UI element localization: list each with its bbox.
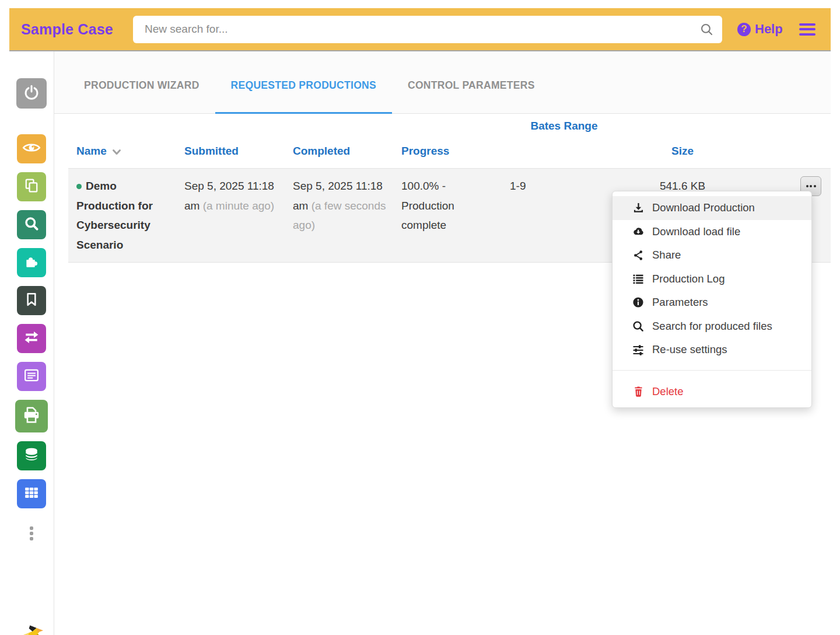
kebab-dots-icon — [30, 526, 33, 540]
sidebar-item-integrations[interactable] — [17, 248, 46, 277]
table-header-row: Name Submitted Completed Progress Bates … — [68, 114, 831, 168]
printer-icon — [21, 404, 42, 428]
hamburger-menu-icon[interactable] — [799, 20, 816, 38]
top-header-bar: Sample Case ? Help — [9, 8, 831, 51]
column-header-name[interactable]: Name — [76, 145, 184, 158]
card-list-icon — [22, 366, 41, 387]
column-header-submitted[interactable]: Submitted — [184, 145, 293, 158]
transfer-arrows-icon — [22, 328, 41, 349]
bates-range-cell: 1-9 — [510, 176, 618, 254]
sidebar-item-transfer[interactable] — [17, 324, 46, 353]
menu-item-download-load-file[interactable]: Download load file — [612, 220, 811, 244]
sidebar-item-productions[interactable] — [15, 400, 48, 432]
sliders-icon — [632, 344, 645, 355]
table-grid-icon — [22, 483, 41, 504]
bookmark-icon — [23, 291, 40, 310]
tab-bar: PRODUCTION WIZARD REQUESTED PRODUCTIONS … — [54, 51, 831, 114]
submitted-cell: Sep 5, 2025 11:18 am (a minute ago) — [184, 176, 293, 254]
sidebar-item-bookmarks[interactable] — [17, 286, 46, 315]
app-frame: Sample Case ? Help — [0, 0, 840, 635]
goldfinch-bird-logo[interactable] — [15, 620, 48, 635]
sidebar — [9, 51, 54, 635]
question-circle-icon: ? — [737, 23, 751, 36]
trash-icon — [632, 386, 645, 397]
case-title: Sample Case — [21, 21, 133, 38]
cloud-download-icon — [632, 226, 645, 238]
column-header-progress[interactable]: Progress — [401, 145, 510, 158]
copy-icon — [23, 177, 40, 197]
menu-item-share[interactable]: Share — [612, 243, 811, 267]
database-icon — [22, 445, 41, 466]
search-input[interactable] — [133, 16, 722, 43]
sidebar-item-power[interactable] — [16, 78, 47, 109]
menu-item-download-production[interactable]: Download Production — [612, 196, 811, 220]
column-header-completed[interactable]: Completed — [293, 145, 401, 158]
info-icon — [632, 296, 645, 308]
menu-divider — [612, 370, 811, 371]
column-header-size[interactable]: Size — [618, 145, 747, 158]
sidebar-item-search[interactable] — [17, 210, 46, 239]
puzzle-icon — [23, 253, 40, 273]
tab-production-wizard[interactable]: PRODUCTION WIZARD — [68, 57, 215, 114]
menu-item-search-produced-files[interactable]: Search for produced files — [612, 315, 811, 339]
menu-item-parameters[interactable]: Parameters — [612, 291, 811, 315]
share-icon — [632, 250, 645, 261]
download-icon — [632, 202, 645, 214]
column-header-bates-range[interactable]: Bates Range — [510, 114, 618, 132]
list-icon — [632, 273, 645, 285]
sort-chevron-down-icon — [112, 149, 121, 156]
help-label: Help — [755, 22, 783, 37]
search-icon — [632, 320, 645, 332]
completed-cell: Sep 5, 2025 11:18 am (a few seconds ago) — [293, 176, 401, 254]
help-button[interactable]: ? Help — [737, 22, 783, 37]
row-actions-context-menu: Download Production Download load file S… — [612, 191, 812, 408]
search-box — [133, 16, 722, 43]
production-name-cell: Demo Production for Cybersecurity Scenar… — [76, 176, 184, 254]
eye-icon — [22, 138, 41, 160]
sidebar-item-database[interactable] — [17, 441, 46, 470]
progress-cell: 100.0% - Production complete — [401, 176, 510, 254]
sidebar-item-cards[interactable] — [17, 362, 46, 391]
menu-item-production-log[interactable]: Production Log — [612, 267, 811, 291]
tab-control-parameters[interactable]: CONTROL PARAMETERS — [392, 57, 551, 114]
search-icon[interactable] — [699, 22, 714, 39]
sidebar-item-documents[interactable] — [17, 172, 46, 201]
tab-requested-productions[interactable]: REQUESTED PRODUCTIONS — [215, 57, 392, 114]
magnifier-icon — [23, 215, 40, 235]
sidebar-item-view[interactable] — [17, 134, 46, 163]
menu-item-reuse-settings[interactable]: Re-use settings — [612, 338, 811, 362]
menu-item-delete[interactable]: Delete — [612, 379, 811, 404]
status-dot — [76, 184, 82, 189]
sidebar-item-table[interactable] — [17, 479, 46, 508]
power-icon — [23, 83, 40, 103]
sidebar-more-button[interactable] — [30, 525, 33, 542]
